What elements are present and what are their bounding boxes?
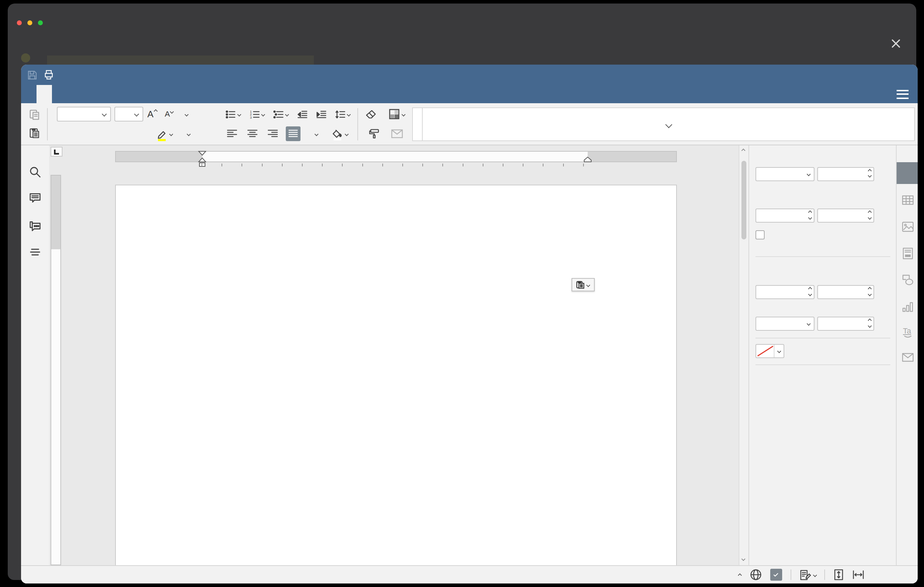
superscript-button[interactable]	[120, 126, 135, 141]
scroll-down-icon[interactable]	[742, 557, 745, 560]
print-button[interactable]	[41, 67, 56, 82]
bullet-list-button[interactable]	[223, 107, 243, 122]
fit-width-button[interactable]	[852, 569, 864, 580]
format-painter-button[interactable]	[366, 126, 382, 141]
spin-down-icon[interactable]	[808, 292, 812, 295]
vertical-scrollbar[interactable]	[739, 145, 749, 565]
style-gallery-expand-button[interactable]	[423, 108, 914, 140]
background-color-picker[interactable]	[756, 344, 784, 358]
undo-button[interactable]	[58, 67, 73, 82]
special-amount-input[interactable]	[817, 317, 874, 331]
mailmerge-settings-tab[interactable]	[901, 353, 914, 365]
document-page[interactable]	[115, 184, 676, 565]
spin-down-icon[interactable]	[868, 324, 871, 327]
spin-up-icon[interactable]	[808, 287, 812, 291]
paragraph-settings-tab[interactable]	[897, 162, 918, 184]
language-select[interactable]	[734, 572, 741, 577]
document-language-button[interactable]	[749, 569, 761, 581]
close-icon[interactable]	[890, 38, 901, 49]
close-traffic-button[interactable]	[17, 20, 22, 25]
highlight-color-button[interactable]	[154, 126, 175, 141]
redo-button[interactable]	[75, 67, 90, 82]
track-changes-button[interactable]	[799, 569, 816, 580]
tab-selector[interactable]	[51, 147, 63, 157]
font-color-button[interactable]	[176, 126, 197, 141]
chart-settings-tab[interactable]	[901, 300, 914, 313]
spin-down-icon[interactable]	[868, 216, 871, 219]
spin-up-icon[interactable]	[868, 319, 871, 323]
subscript-button[interactable]	[137, 126, 152, 141]
tab-collaboration[interactable]	[98, 85, 114, 103]
spellcheck-button[interactable]	[770, 569, 782, 581]
decrease-font-button[interactable]: A	[161, 107, 177, 122]
first-line-indent-marker[interactable]	[198, 151, 206, 156]
paste-button[interactable]	[27, 126, 42, 140]
left-indent-marker[interactable]	[198, 157, 206, 162]
line-spacing-select[interactable]	[756, 167, 815, 181]
tab-references[interactable]	[83, 85, 98, 103]
spin-down-icon[interactable]	[808, 216, 812, 219]
increase-indent-button[interactable]	[313, 107, 328, 122]
menu-hamburger-icon[interactable]	[897, 89, 909, 99]
indent-right-input[interactable]	[817, 285, 874, 299]
font-size-select[interactable]	[114, 107, 143, 122]
numbered-list-button[interactable]: 123	[246, 107, 267, 122]
nonprinting-chars-button[interactable]	[305, 126, 325, 141]
change-case-button[interactable]	[178, 107, 193, 122]
comments-button[interactable]	[29, 192, 41, 204]
line-spacing-number-input[interactable]	[817, 167, 874, 181]
align-center-button[interactable]	[245, 126, 260, 141]
no-space-same-style-checkbox[interactable]	[756, 230, 765, 239]
strikethrough-button[interactable]	[103, 126, 119, 141]
align-right-button[interactable]	[265, 126, 280, 141]
fit-page-button[interactable]	[833, 569, 844, 581]
spin-up-icon[interactable]	[868, 211, 871, 214]
bold-button[interactable]	[53, 126, 68, 141]
document-canvas[interactable]	[49, 145, 749, 565]
search-button[interactable]	[29, 166, 41, 178]
justify-button[interactable]	[285, 126, 300, 141]
spin-up-icon[interactable]	[868, 169, 871, 173]
minimize-traffic-button[interactable]	[27, 20, 32, 25]
table-borders-button[interactable]	[386, 107, 408, 122]
maximize-traffic-button[interactable]	[38, 20, 43, 25]
textart-settings-tab[interactable]: Ta	[901, 326, 914, 338]
line-spacing-button[interactable]	[332, 107, 353, 122]
spacing-before-input[interactable]	[756, 209, 815, 223]
headerfooter-settings-tab[interactable]	[901, 247, 914, 260]
chat-button[interactable]	[29, 220, 41, 232]
table-settings-tab[interactable]	[901, 194, 914, 206]
copy-button[interactable]	[27, 107, 42, 122]
tab-insert[interactable]	[52, 85, 68, 103]
save-button[interactable]	[25, 67, 39, 82]
spin-down-icon[interactable]	[868, 174, 871, 177]
advanced-settings-link[interactable]	[749, 371, 896, 381]
increase-font-button[interactable]: A	[144, 107, 160, 122]
tab-file[interactable]	[21, 85, 36, 103]
special-select[interactable]	[756, 317, 815, 331]
shading-button[interactable]	[330, 126, 351, 141]
headings-button[interactable]	[29, 246, 41, 258]
spin-up-icon[interactable]	[868, 287, 871, 291]
tab-plugins[interactable]	[114, 85, 129, 103]
tab-home[interactable]	[36, 85, 52, 103]
multilevel-list-button[interactable]	[270, 107, 291, 122]
align-left-button[interactable]	[224, 126, 240, 141]
font-name-select[interactable]	[56, 107, 111, 122]
horizontal-ruler[interactable]	[115, 151, 676, 162]
scroll-up-icon[interactable]	[742, 149, 745, 153]
spin-down-icon[interactable]	[868, 292, 871, 295]
right-indent-marker[interactable]	[583, 157, 592, 162]
clear-style-button[interactable]	[363, 107, 378, 122]
decrease-indent-button[interactable]	[294, 107, 310, 122]
vertical-ruler[interactable]	[51, 175, 61, 565]
underline-button[interactable]	[86, 126, 102, 141]
mail-merge-button[interactable]	[389, 126, 404, 141]
indent-left-input[interactable]	[756, 285, 815, 299]
image-settings-tab[interactable]	[901, 221, 914, 233]
italic-button[interactable]	[69, 126, 85, 141]
paste-options-button[interactable]	[571, 278, 594, 292]
spacing-after-input[interactable]	[817, 209, 874, 223]
scrollbar-thumb[interactable]	[741, 161, 746, 239]
spin-up-icon[interactable]	[808, 211, 812, 214]
